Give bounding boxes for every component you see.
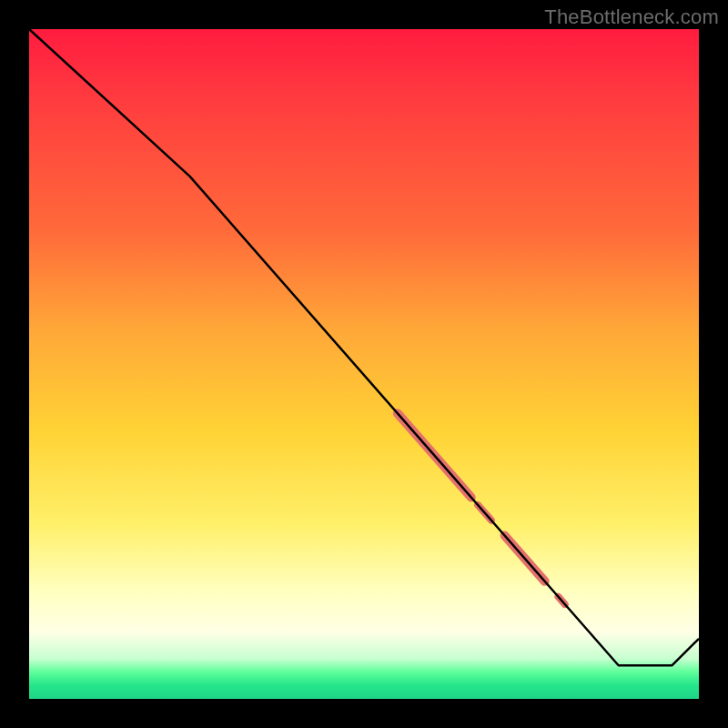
plot-area	[29, 29, 699, 699]
chart-frame: TheBottleneck.com	[0, 0, 728, 728]
series-layer	[29, 29, 699, 665]
watermark-text: TheBottleneck.com	[544, 5, 719, 29]
plot-svg	[29, 29, 699, 699]
series-line	[29, 29, 699, 665]
